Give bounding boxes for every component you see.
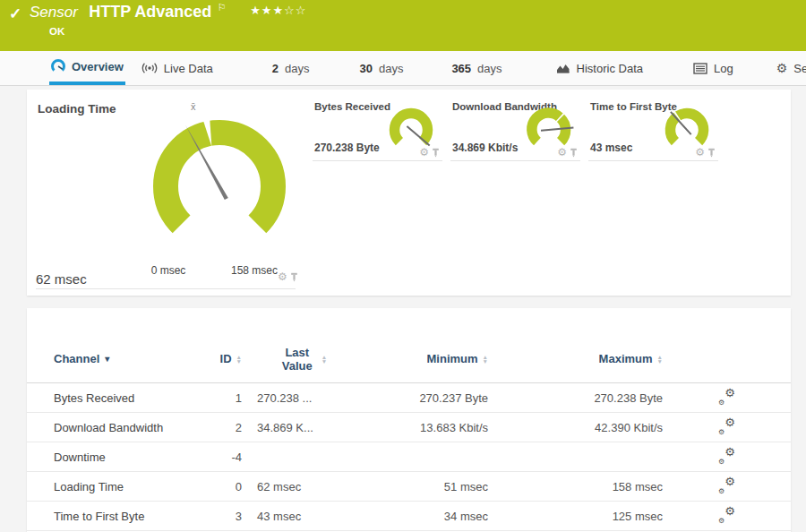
tab-live-data[interactable]: Live Data: [140, 51, 215, 85]
pin-icon[interactable]: [570, 148, 578, 158]
tab-label: days: [285, 62, 309, 75]
status-badge: OK: [49, 26, 64, 37]
channels-table-panel: Channel ▾ ID ▲▼ Last Value ▲▼ Minimum ▲▼…: [27, 308, 791, 532]
pin-icon[interactable]: [707, 148, 716, 158]
cell-id: 3: [215, 510, 242, 523]
column-header-id[interactable]: ID ▲▼: [215, 352, 242, 365]
tab-overview[interactable]: Overview: [49, 51, 125, 85]
gauge-title: Loading Time: [38, 102, 116, 116]
tab-number: 30: [359, 62, 372, 75]
column-label: Last Value: [278, 346, 317, 373]
tab-2-days[interactable]: 2 days: [270, 51, 312, 85]
tab-label: Log: [714, 62, 733, 75]
cell-id: 2: [215, 421, 242, 434]
divider: [36, 288, 296, 289]
column-header-minimum[interactable]: Minimum ▲▼: [363, 352, 488, 365]
gear-icon[interactable]: ⚙: [278, 271, 287, 282]
tab-number: 2: [272, 62, 279, 75]
table-row[interactable]: Download Bandwidth 2 34.869 K... 13.683 …: [27, 413, 791, 442]
cell-last-value: 270.238 ...: [242, 391, 363, 405]
gear-icon[interactable]: ⚙: [419, 147, 429, 158]
gauge-scale-min: 0 msec: [141, 264, 195, 277]
table-row[interactable]: Loading Time 0 62 msec 51 msec 158 msec …: [27, 472, 791, 502]
column-header-last-value[interactable]: Last Value ▲▼: [242, 346, 363, 373]
tab-label: Settings: [793, 62, 806, 75]
cell-minimum: 13.683 Kbit/s: [363, 421, 488, 434]
channel-settings-icon[interactable]: ⚙⚙: [718, 389, 735, 404]
flag-icon[interactable]: ⚐: [218, 2, 227, 13]
sensor-title-line: Sensor HTTP Advanced ⚐ ★★★☆☆: [30, 3, 306, 21]
download-bandwidth-gauge: Download Bandwidth 34.869 Kbit/s ⚙: [450, 90, 580, 161]
gear-icon[interactable]: ⚙: [695, 147, 705, 158]
tab-label: Overview: [72, 60, 124, 73]
bytes-received-gauge: Bytes Received 270.238 Byte ⚙: [313, 90, 442, 161]
live-data-icon: [141, 61, 158, 75]
column-label: Maximum: [599, 352, 653, 365]
tab-365-days[interactable]: 365 days: [450, 51, 503, 85]
gauge-value: 270.238 Byte: [314, 142, 380, 154]
tab-label: days: [379, 62, 403, 75]
pin-icon[interactable]: [432, 148, 440, 158]
time-to-first-byte-gauge: Time to First Byte 43 msec ⚙: [588, 90, 718, 161]
gauge-title: Bytes Received: [314, 101, 390, 112]
check-icon: ✓: [9, 4, 21, 23]
column-header-maximum[interactable]: Maximum ▲▼: [488, 352, 663, 365]
channel-settings-icon[interactable]: ⚙⚙: [718, 448, 735, 463]
tab-log[interactable]: Log: [691, 51, 735, 85]
cell-channel[interactable]: Loading Time: [27, 480, 215, 493]
cell-maximum: 125 msec: [488, 510, 663, 523]
gauge-value: 62 msec: [36, 271, 87, 287]
cell-id: -4: [215, 450, 242, 464]
cell-channel[interactable]: Download Bandwidth: [27, 421, 215, 434]
tab-number: 365: [451, 62, 471, 75]
gauge-icon: [51, 59, 65, 73]
cell-id: 1: [215, 391, 242, 405]
cell-channel[interactable]: Bytes Received: [27, 391, 215, 405]
column-label: Channel: [54, 352, 99, 365]
page-title: HTTP Advanced: [89, 3, 211, 21]
sort-icon: ▲▼: [322, 355, 327, 364]
gauge-value: 43 msec: [590, 142, 632, 154]
tab-30-days[interactable]: 30 days: [357, 51, 405, 85]
loading-time-gauge: Loading Time x̄ 0 msec 158 msec 62 msec …: [27, 90, 322, 296]
stars-filled: ★★★: [250, 4, 284, 17]
table-row[interactable]: Bytes Received 1 270.238 ... 270.237 Byt…: [27, 383, 791, 413]
cell-minimum: 270.237 Byte: [363, 391, 488, 405]
cell-channel[interactable]: Downtime: [27, 450, 215, 464]
object-kind-label: Sensor: [30, 4, 78, 21]
tab-historic-data[interactable]: Historic Data: [554, 51, 645, 85]
cell-minimum: 34 msec: [363, 510, 488, 523]
tab-label: Historic Data: [577, 62, 643, 75]
cell-last-value: 62 msec: [242, 480, 363, 493]
cell-maximum: 270.238 Byte: [488, 391, 663, 405]
tab-label: Live Data: [164, 62, 213, 75]
cell-channel[interactable]: Time to First Byte: [27, 510, 215, 523]
area-chart-icon: [556, 62, 570, 74]
pin-icon[interactable]: [290, 272, 298, 282]
channel-settings-icon[interactable]: ⚙⚙: [718, 477, 735, 493]
stars-empty: ☆☆: [284, 4, 306, 17]
prtg-sensor-page: ✓ Sensor HTTP Advanced ⚐ ★★★☆☆ OK Overvi…: [0, 0, 806, 532]
gear-icon[interactable]: ⚙: [557, 147, 567, 158]
tab-settings[interactable]: ⚙ Settings: [775, 51, 806, 85]
gear-icon: ⚙: [776, 62, 788, 74]
column-header-channel[interactable]: Channel ▾: [27, 352, 215, 365]
channel-settings-icon[interactable]: ⚙⚙: [718, 418, 735, 433]
mini-gauges: Bytes Received 270.238 Byte ⚙ Download B: [313, 90, 718, 161]
gauge-value: 34.869 Kbit/s: [452, 142, 518, 154]
cell-id: 0: [215, 480, 242, 493]
sort-icon: ▲▼: [657, 355, 663, 364]
tab-bar: Overview Live Data 2 days 30 days 365 da…: [0, 51, 806, 86]
cell-maximum: 158 msec: [488, 480, 663, 493]
log-list-icon: [693, 63, 707, 74]
chevron-down-icon: ▾: [105, 354, 109, 364]
channel-settings-icon[interactable]: ⚙⚙: [718, 507, 735, 522]
cell-last-value: 34.869 K...: [242, 421, 363, 434]
table-row[interactable]: Time to First Byte 3 43 msec 34 msec 125…: [27, 502, 791, 531]
tab-label: days: [477, 62, 502, 75]
table-row[interactable]: Downtime -4 ⚙⚙: [27, 442, 791, 472]
sensor-status-banner: ✓ Sensor HTTP Advanced ⚐ ★★★☆☆ OK: [0, 0, 806, 51]
gauges-panel: Loading Time x̄ 0 msec 158 msec 62 msec …: [27, 90, 791, 296]
priority-stars[interactable]: ★★★☆☆: [250, 4, 306, 17]
cell-maximum: 42.390 Kbit/s: [488, 421, 663, 434]
